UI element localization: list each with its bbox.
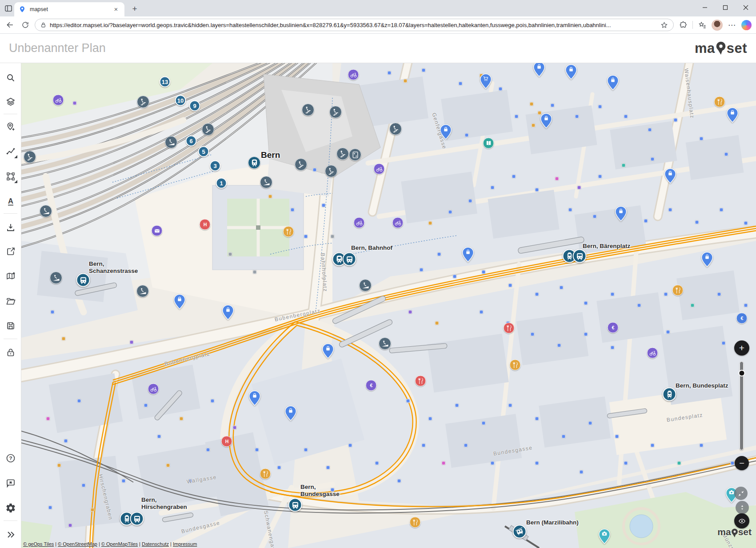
poi-dot[interactable] <box>575 115 579 119</box>
poi-dot[interactable] <box>408 310 412 314</box>
poi-dot[interactable] <box>253 270 257 274</box>
poi-pin-bag-icon[interactable] <box>540 113 552 128</box>
poi-dot[interactable] <box>62 337 66 341</box>
poi-dot[interactable] <box>584 332 588 336</box>
poi-dot[interactable] <box>580 470 584 474</box>
poi-dot[interactable] <box>48 506 52 510</box>
tool-draw-polygon-button[interactable] <box>3 168 19 184</box>
stairs-icon[interactable] <box>336 148 349 160</box>
poi-dot[interactable] <box>731 461 735 465</box>
poi-dot[interactable] <box>615 435 619 439</box>
poi-dot[interactable] <box>598 105 602 109</box>
poi-dot[interactable] <box>268 195 272 199</box>
tool-help-button[interactable]: ? <box>3 450 19 466</box>
zoom-slider[interactable] <box>740 361 744 450</box>
poi-pin-cart-icon[interactable] <box>480 73 492 89</box>
poi-dot[interactable] <box>68 524 72 528</box>
platform-number-badge[interactable]: 5 <box>198 146 209 157</box>
poi-dot[interactable] <box>724 152 728 156</box>
poi-bike-icon[interactable] <box>647 348 658 359</box>
poi-dot[interactable] <box>577 186 581 190</box>
poi-dot[interactable] <box>422 68 426 72</box>
poi-dot[interactable] <box>428 221 432 225</box>
stairs-icon[interactable] <box>389 123 402 135</box>
poi-dot[interactable] <box>664 292 668 296</box>
platform-number-badge[interactable]: 3 <box>210 160 221 172</box>
ramp-icon[interactable] <box>50 272 62 284</box>
poi-dot[interactable] <box>82 484 86 488</box>
poi-dot[interactable] <box>717 292 721 296</box>
platform-number-badge[interactable]: 13 <box>160 76 171 88</box>
poi-dot[interactable] <box>491 461 495 465</box>
poi-dot[interactable] <box>480 310 484 314</box>
poi-dot[interactable] <box>648 128 652 132</box>
tool-download-button[interactable] <box>3 220 19 236</box>
poi-dot[interactable] <box>406 399 410 403</box>
poi-fork-icon[interactable] <box>504 323 515 334</box>
stairs-icon[interactable] <box>329 106 342 118</box>
zoom-in-button[interactable]: + <box>734 340 749 356</box>
tool-save-button[interactable] <box>3 318 19 334</box>
poi-dot[interactable] <box>531 332 535 336</box>
poi-dot[interactable] <box>255 448 259 452</box>
poi-bike-icon[interactable] <box>148 384 159 395</box>
poi-dot[interactable] <box>348 444 352 448</box>
attribution-link[interactable]: © geOps Tiles <box>23 541 54 547</box>
ramp-icon[interactable] <box>136 285 149 297</box>
window-maximize-button[interactable] <box>715 0 736 15</box>
poi-dot[interactable] <box>91 508 95 512</box>
ramp-icon[interactable] <box>379 337 391 350</box>
poi-dot[interactable] <box>437 252 441 256</box>
tool-add-stop-button[interactable] <box>3 119 19 135</box>
poi-dot[interactable] <box>568 208 572 212</box>
tool-expand-button[interactable] <box>3 527 19 543</box>
poi-fork-icon[interactable] <box>260 468 271 480</box>
poi-dot[interactable] <box>677 461 681 465</box>
poi-dot[interactable] <box>666 330 670 334</box>
poi-dot[interactable] <box>637 304 641 308</box>
tab-actions-icon[interactable] <box>4 4 13 13</box>
zoom-slider-handle[interactable] <box>738 370 745 376</box>
poi-pin-camera-icon[interactable] <box>599 528 611 544</box>
copilot-icon[interactable] <box>741 20 752 30</box>
stop-bus-icon[interactable] <box>130 512 144 526</box>
poi-dot[interactable] <box>122 479 126 483</box>
poi-dot[interactable] <box>465 133 469 137</box>
poi-bike-icon[interactable] <box>348 69 359 80</box>
poi-bike-icon[interactable] <box>374 164 385 175</box>
tab-close-icon[interactable]: × <box>112 5 120 13</box>
poi-dot[interactable] <box>313 168 317 172</box>
tool-settings-button[interactable] <box>3 500 19 516</box>
poi-dot[interactable] <box>73 101 77 105</box>
new-tab-button[interactable]: + <box>130 4 140 14</box>
poi-bike-icon[interactable] <box>392 217 404 228</box>
fit-extent-button[interactable] <box>734 487 748 500</box>
poi-dot[interactable] <box>77 399 81 403</box>
poi-dot[interactable] <box>722 341 726 345</box>
poi-dot[interactable] <box>508 284 512 288</box>
poi-pin-bag-icon[interactable] <box>462 247 474 262</box>
poi-dot[interactable] <box>180 417 184 421</box>
extensions-icon[interactable] <box>677 19 689 31</box>
site-info-lock-icon[interactable] <box>40 22 46 28</box>
poi-dot[interactable] <box>588 421 592 425</box>
attribution-link[interactable]: Datenschutz <box>142 541 169 547</box>
poi-fork-icon[interactable] <box>415 376 426 387</box>
favorites-hub-icon[interactable] <box>696 19 708 31</box>
poi-dot[interactable] <box>593 215 597 219</box>
ramp-icon[interactable] <box>165 136 177 148</box>
stop-bus-icon[interactable] <box>343 252 356 266</box>
poi-dot[interactable] <box>744 304 748 308</box>
poi-dot[interactable] <box>624 461 628 465</box>
stairs-icon[interactable] <box>295 158 307 171</box>
window-close-button[interactable] <box>736 0 756 15</box>
platform-number-badge[interactable]: 6 <box>186 136 197 147</box>
poi-pin-bag-icon[interactable] <box>222 304 234 320</box>
poi-h-icon[interactable]: H <box>221 436 232 447</box>
poi-dot[interactable] <box>651 444 655 448</box>
tool-text-button[interactable]: A <box>3 193 19 209</box>
poi-dot[interactable] <box>166 464 170 468</box>
poi-dot[interactable] <box>468 199 472 203</box>
attribution-link[interactable]: © OpenMapTiles <box>101 541 138 547</box>
profile-avatar[interactable] <box>712 20 723 31</box>
